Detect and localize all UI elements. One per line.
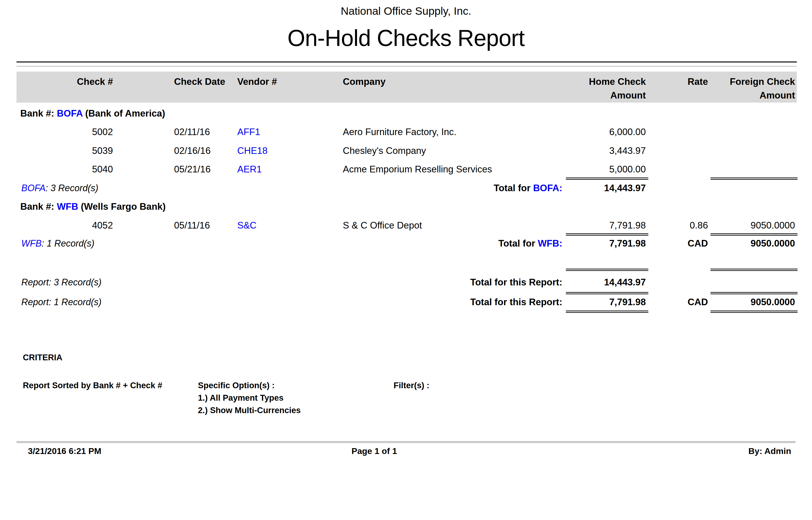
check-date-cell: 02/11/16	[174, 126, 240, 138]
table-header-row-2: Amount Amount	[0, 90, 812, 101]
check-number-cell: 5039	[15, 145, 113, 157]
criteria-filters-label: Filter(s) :	[394, 379, 546, 392]
bank-name: (Wells Fargo Bank)	[78, 201, 166, 212]
rate-cell: 0.86	[645, 219, 708, 232]
report-total-home-amount: 7,791.98	[544, 296, 646, 309]
bank-label: Bank #:	[20, 201, 57, 212]
check-date-cell: 02/16/16	[174, 145, 240, 157]
table-header-row-1: Check # Check Date Vendor # Company Home…	[0, 76, 812, 87]
check-row: 4052 05/11/16 S&C S & C Office Depot 7,7…	[0, 219, 812, 232]
vendor-code-link[interactable]: AFF1	[237, 126, 324, 138]
criteria-row: 2.) Show Multi-Currencies	[0, 404, 812, 417]
bank-line: Bank #: WFB (Wells Fargo Bank)	[20, 200, 375, 213]
bank-total-label: Total for WFB:	[355, 237, 562, 250]
vendor-code-link[interactable]: CHE18	[237, 145, 324, 157]
col-header-foreign-amount: Amount	[706, 90, 795, 101]
bank-records-text: : 1 Record(s)	[41, 238, 94, 249]
footer-datetime: 3/21/2016 6:21 PM	[28, 445, 231, 457]
criteria-row: Report Sorted by Bank # + Check # Specif…	[0, 379, 812, 392]
check-date-cell: 05/21/16	[174, 163, 240, 176]
footer-generated-by: By: Admin	[639, 445, 791, 457]
col-header-check-date: Check Date	[174, 76, 240, 87]
vendor-code-link[interactable]: AER1	[237, 163, 324, 176]
bank-records-code: WFB	[21, 238, 41, 249]
report-records-count: Report: 1 Record(s)	[21, 296, 275, 309]
bank-total-currency: CAD	[645, 237, 708, 250]
report-total-currency: CAD	[645, 296, 708, 309]
report-total-rule-home	[566, 311, 648, 313]
report-total-rule-foreign	[710, 269, 797, 271]
bank-code-link[interactable]: WFB	[57, 201, 78, 212]
vendor-code-link[interactable]: S&C	[237, 219, 324, 232]
report-total-row: Report: 1 Record(s) Total for this Repor…	[0, 296, 812, 309]
report-title: On-Hold Checks Report	[0, 25, 812, 51]
report-total-foreign-amount: 9050.0000	[706, 296, 795, 309]
check-number-cell: 5002	[15, 126, 113, 138]
report-total-label: Total for this Report:	[355, 296, 562, 309]
bank-total-home-amount: 14,443.97	[544, 182, 646, 194]
check-date-cell: 05/11/16	[174, 219, 240, 232]
col-header-home-amount: Amount	[544, 90, 646, 101]
criteria-sorted-by: Report Sorted by Bank # + Check #	[23, 379, 200, 392]
report-total-rule-home	[566, 269, 648, 271]
bank-line: Bank #: BOFA (Bank of America)	[20, 107, 375, 120]
foreign-amount-cell: 9050.0000	[706, 219, 795, 232]
bank-total-row: WFB: 1 Record(s) Total for WFB: 7,791.98…	[0, 237, 812, 250]
col-header-check-number: Check #	[15, 76, 113, 87]
home-amount-cell: 5,000.00	[544, 163, 646, 176]
report-total-row: Report: 3 Record(s) Total for this Repor…	[0, 276, 812, 289]
bank-records-text: : 3 Record(s)	[46, 183, 98, 193]
check-row: 5039 02/16/16 CHE18 Chesley's Company 3,…	[0, 145, 812, 157]
bank-total-row: BOFA: 3 Record(s) Total for BOFA: 14,443…	[0, 182, 812, 194]
subtotal-rule-foreign	[710, 233, 797, 236]
bank-records-code: BOFA	[21, 183, 46, 193]
criteria-row: 1.) All Payment Types	[0, 392, 812, 404]
title-separator-light	[17, 66, 797, 67]
criteria-heading: CRITERIA	[23, 351, 200, 364]
check-number-cell: 4052	[15, 219, 113, 232]
report-records-count: Report: 3 Record(s)	[21, 276, 275, 289]
report-total-rule-home	[566, 292, 648, 294]
title-separator-dark	[17, 61, 797, 63]
bank-total-prefix: Total for	[494, 183, 533, 193]
home-amount-cell: 6,000.00	[544, 126, 646, 138]
company-name: National Office Supply, Inc.	[0, 5, 812, 17]
report-total-label: Total for this Report:	[355, 276, 562, 289]
bank-code-link[interactable]: BOFA	[57, 108, 82, 119]
bank-records-count: WFB: 1 Record(s)	[21, 237, 275, 250]
footer-row: 3/21/2016 6:21 PM Page 1 of 1 By: Admin	[0, 445, 812, 457]
bank-label: Bank #:	[20, 108, 57, 119]
bank-total-prefix: Total for	[498, 238, 538, 249]
report-total-home-amount: 14,443.97	[544, 276, 646, 289]
check-row: 5002 02/11/16 AFF1 Aero Furniture Factor…	[0, 126, 812, 138]
bank-total-foreign-amount: 9050.0000	[706, 237, 795, 250]
col-header-vendor-number: Vendor #	[237, 76, 324, 87]
criteria-specific-options-label: Specific Option(s) :	[198, 379, 375, 392]
report-total-rule-foreign	[710, 292, 797, 294]
col-header-home-check: Home Check	[544, 76, 646, 87]
criteria-option: 1.) All Payment Types	[198, 392, 375, 404]
report-page: National Office Supply, Inc. On-Hold Che…	[0, 0, 812, 520]
bank-group-header: Bank #: BOFA (Bank of America)	[0, 107, 812, 120]
col-header-rate: Rate	[645, 76, 708, 87]
home-amount-cell: 7,791.98	[544, 219, 646, 232]
bank-name: (Bank of America)	[82, 108, 165, 119]
footer-separator	[17, 441, 795, 443]
col-header-foreign-check: Foreign Check	[706, 76, 795, 87]
footer-page-number: Page 1 of 1	[305, 445, 444, 457]
subtotal-rule-home	[566, 178, 648, 180]
home-amount-cell: 3,443.97	[544, 145, 646, 157]
criteria-option: 2.) Show Multi-Currencies	[198, 404, 375, 417]
report-total-rule-foreign	[710, 311, 797, 313]
check-row: 5040 05/21/16 AER1 Acme Emporium Reselli…	[0, 163, 812, 176]
bank-total-home-amount: 7,791.98	[544, 237, 646, 250]
bank-total-label: Total for BOFA:	[355, 182, 562, 194]
subtotal-rule-foreign	[710, 178, 797, 180]
bank-records-count: BOFA: 3 Record(s)	[21, 182, 275, 194]
subtotal-rule-home	[566, 233, 648, 236]
criteria-section-header: CRITERIA	[0, 351, 812, 364]
check-number-cell: 5040	[15, 163, 113, 176]
bank-group-header: Bank #: WFB (Wells Fargo Bank)	[0, 200, 812, 213]
